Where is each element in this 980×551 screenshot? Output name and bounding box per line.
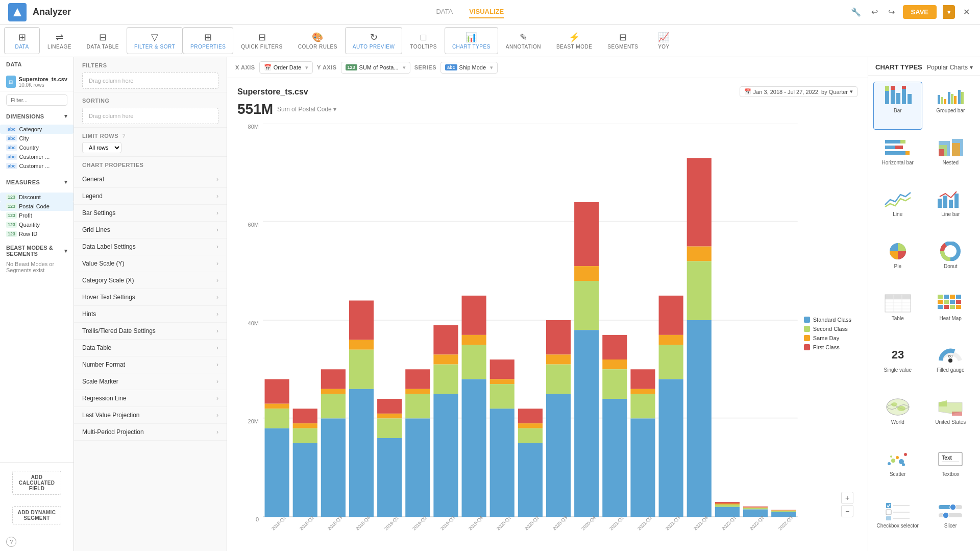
toolbar-chart-types[interactable]: 📊 CHART TYPES [445, 27, 498, 54]
toolbar-color-rules[interactable]: 🎨 COLOR RULES [290, 27, 345, 54]
measure-row-id[interactable]: 123 Row ID [0, 229, 74, 238]
svg-rect-15 [321, 389, 346, 394]
toolbar-annotation[interactable]: ✎ ANNOTATION [498, 27, 549, 54]
dim-customer1[interactable]: abc Customer ... [0, 152, 74, 161]
zoom-out-button[interactable]: − [841, 505, 853, 517]
filters-drop-zone[interactable]: Drag column here [82, 73, 218, 89]
prop-value-scale[interactable]: Value Scale (Y) › [74, 255, 227, 272]
wrench-icon[interactable]: 🔧 [849, 5, 863, 19]
chart-metric-label[interactable]: Sum of Postal Code ▾ [277, 106, 336, 113]
nav-data[interactable]: DATA [436, 6, 453, 18]
svg-rect-126 [938, 295, 943, 299]
x-axis-select[interactable]: 📅 Order Date ▾ [259, 61, 313, 74]
toolbar-auto-preview[interactable]: ↻ AUTO PREVIEW [345, 27, 403, 54]
prop-multi-period[interactable]: Multi-Period Projection › [74, 424, 227, 441]
toolbar-filter-sort[interactable]: ▽ FILTER & SORT [127, 27, 183, 54]
svg-rect-41 [490, 409, 514, 517]
chart-type-single-value[interactable]: 23 Single value [873, 341, 922, 389]
measure-discount[interactable]: 123 Discount [0, 193, 74, 202]
dim-country[interactable]: abc Country [0, 143, 74, 152]
svg-rect-64 [659, 345, 683, 379]
sorting-drop-zone[interactable]: Drag column here [82, 108, 218, 124]
date-range-selector[interactable]: 📅 Jan 3, 2018 - Jul 27, 2022, by Quarter… [740, 86, 857, 97]
prop-general[interactable]: General › [74, 171, 227, 188]
undo-icon[interactable]: ↩ [869, 5, 880, 19]
chart-type-grouped-bar[interactable]: Grouped bar [926, 82, 975, 130]
svg-rect-92 [944, 99, 946, 104]
limit-rows-select[interactable]: All rows [82, 142, 121, 153]
chart-type-heat-map[interactable]: Heat Map [926, 290, 975, 338]
svg-rect-46 [546, 320, 571, 354]
toolbar-quick-filters[interactable]: ⊟ QUICK FILTERS [233, 27, 290, 54]
help-button[interactable]: ? [6, 537, 16, 547]
prop-hints[interactable]: Hints › [74, 306, 227, 323]
prop-last-value[interactable]: Last Value Projection › [74, 407, 227, 424]
toolbar-lineage[interactable]: ⇌ LINEAGE [40, 27, 79, 54]
toolbar-yoy[interactable]: 📈 YOY [646, 27, 681, 54]
chart-type-united-states[interactable]: United States [926, 393, 975, 441]
measure-quantity[interactable]: 123 Quantity [0, 220, 74, 229]
svg-rect-11 [293, 423, 317, 428]
chart-type-line[interactable]: Line [873, 185, 922, 233]
prop-number-format[interactable]: Number Format › [74, 356, 227, 373]
legend-dot-second [804, 326, 810, 332]
chart-type-textbox[interactable]: Text Textbox [926, 445, 975, 493]
nav-visualize[interactable]: VISUALIZE [469, 6, 504, 18]
chart-type-slicer[interactable]: Slicer [926, 497, 975, 545]
y-axis-select[interactable]: 123 SUM of Posta... ▾ [341, 62, 410, 74]
chart-type-pie[interactable]: Pie [873, 237, 922, 285]
chart-type-world[interactable]: World [873, 393, 922, 441]
chart-type-nested-bar[interactable]: Nested [926, 134, 975, 182]
measures-header[interactable]: MEASURES ▾ [6, 179, 67, 185]
measure-profit[interactable]: 123 Profit [0, 211, 74, 220]
line-bar-label: Line bar [941, 211, 960, 217]
close-icon[interactable]: ✕ [961, 5, 972, 19]
save-button[interactable]: SAVE [903, 5, 937, 19]
limit-rows-info[interactable]: ? [122, 133, 126, 139]
dim-customer2[interactable]: abc Customer ... [0, 161, 74, 171]
chart-types-dropdown[interactable]: Popular Charts ▾ [927, 64, 973, 71]
toolbar-data[interactable]: ⊞ DATA [4, 27, 40, 54]
chart-type-checkbox-selector[interactable]: Checkbox selector [873, 497, 922, 545]
dimensions-header[interactable]: DIMENSIONS ▾ [6, 113, 67, 119]
chart-type-scatter[interactable]: Scatter [873, 445, 922, 493]
chart-type-filled-gauge[interactable]: 60 Filled gauge [926, 341, 975, 389]
chart-type-line-bar[interactable]: Line bar [926, 185, 975, 233]
svg-rect-97 [961, 92, 964, 104]
data-section-header[interactable]: DATA [6, 61, 67, 67]
zoom-in-button[interactable]: + [841, 492, 853, 504]
chart-type-horizontal-bar[interactable]: Horizontal bar [873, 134, 922, 182]
toolbar-tooltips[interactable]: □ TOOLTIPS [402, 28, 445, 54]
prop-trellis[interactable]: Trellis/Tiered Date Settings › [74, 323, 227, 340]
search-input[interactable] [6, 94, 67, 106]
prop-hover-text[interactable]: Hover Text Settings › [74, 289, 227, 306]
chart-type-donut[interactable]: Donut [926, 237, 975, 285]
add-calculated-field-button[interactable]: ADD CALCULATED FIELD [12, 471, 61, 495]
toolbar-beast-mode[interactable]: ⚡ BEAST MODE [549, 27, 600, 54]
redo-icon[interactable]: ↪ [886, 5, 897, 19]
prop-bar-settings[interactable]: Bar Settings › [74, 205, 227, 222]
series-select[interactable]: abc Ship Mode ▾ [440, 62, 498, 74]
prop-grid-lines[interactable]: Grid Lines › [74, 222, 227, 238]
dim-category[interactable]: abc Category [0, 125, 74, 134]
add-dynamic-segment-button[interactable]: ADD DYNAMIC SEGMENT [12, 506, 61, 524]
svg-rect-9 [264, 428, 289, 517]
toolbar-data-table[interactable]: ⊟ DATA TABLE [79, 27, 127, 54]
toolbar-segments[interactable]: ⊟ SEGMENTS [600, 27, 646, 54]
measure-postal-code[interactable]: 123 Postal Code [0, 202, 74, 211]
prop-category-scale[interactable]: Category Scale (X) › [74, 272, 227, 289]
dim-city[interactable]: abc City [0, 134, 74, 143]
prop-data-label[interactable]: Data Label Settings › [74, 238, 227, 255]
chart-type-table[interactable]: Table [873, 290, 922, 338]
prop-scale-marker[interactable]: Scale Marker › [74, 373, 227, 390]
prop-legend[interactable]: Legend › [74, 188, 227, 205]
svg-rect-44 [518, 428, 543, 443]
chart-type-bar[interactable]: Bar [873, 82, 922, 130]
beast-modes-header[interactable]: BEAST MODES & SEGMENTS ▾ [6, 245, 67, 257]
datasource[interactable]: ⊟ Superstore_ts.csv 10.0K rows [0, 73, 74, 91]
toolbar-properties[interactable]: ⊞ PROPERTIES [183, 27, 233, 54]
svg-rect-18 [349, 301, 374, 340]
prop-data-table[interactable]: Data Table › [74, 340, 227, 356]
prop-regression-line[interactable]: Regression Line › [74, 390, 227, 407]
save-dropdown-button[interactable]: ▾ [943, 5, 955, 19]
